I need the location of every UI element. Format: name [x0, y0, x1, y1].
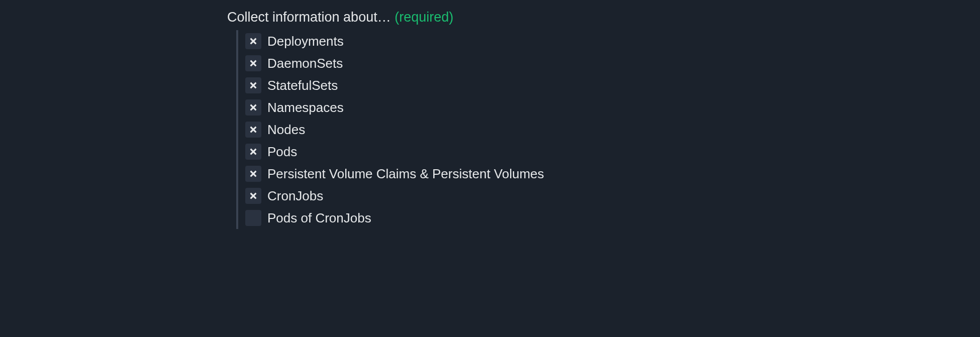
section-title: Collect information about… [227, 10, 391, 25]
option-pods: Pods [245, 141, 544, 163]
x-mark-icon [249, 81, 258, 90]
option-namespaces: Namespaces [245, 96, 544, 119]
option-label[interactable]: CronJobs [267, 189, 323, 202]
checkbox-pods-of-cronjobs[interactable] [245, 210, 261, 226]
option-pods-of-cronjobs: Pods of CronJobs [245, 207, 544, 229]
option-pvc-pv: Persistent Volume Claims & Persistent Vo… [245, 163, 544, 185]
option-deployments: Deployments [245, 30, 544, 52]
x-mark-icon [249, 169, 258, 178]
option-cronjobs: CronJobs [245, 185, 544, 207]
checkbox-pods[interactable] [245, 144, 261, 160]
option-label[interactable]: Namespaces [267, 101, 344, 114]
options-list: Deployments DaemonSets StatefulSets Name… [236, 30, 544, 229]
option-label[interactable]: Persistent Volume Claims & Persistent Vo… [267, 167, 544, 180]
checkbox-pvc-pv[interactable] [245, 166, 261, 182]
option-daemonsets: DaemonSets [245, 52, 544, 74]
required-suffix: (required) [395, 10, 453, 25]
checkbox-statefulsets[interactable] [245, 77, 261, 93]
checkbox-nodes[interactable] [245, 122, 261, 138]
x-mark-icon [249, 125, 258, 134]
checkbox-deployments[interactable] [245, 33, 261, 49]
option-nodes: Nodes [245, 119, 544, 141]
x-mark-icon [249, 103, 258, 112]
option-statefulsets: StatefulSets [245, 74, 544, 96]
collect-info-section: Collect information about… (required) De… [227, 9, 544, 229]
option-label[interactable]: Pods of CronJobs [267, 211, 371, 224]
option-label[interactable]: Pods [267, 145, 297, 158]
x-mark-icon [249, 37, 258, 46]
x-mark-icon [249, 59, 258, 68]
checkbox-cronjobs[interactable] [245, 188, 261, 204]
option-label[interactable]: Deployments [267, 35, 344, 48]
option-label[interactable]: StatefulSets [267, 79, 338, 92]
checkbox-daemonsets[interactable] [245, 55, 261, 71]
section-heading: Collect information about… (required) [227, 9, 544, 25]
x-mark-icon [249, 191, 258, 200]
x-mark-icon [249, 147, 258, 156]
checkbox-namespaces[interactable] [245, 99, 261, 116]
option-label[interactable]: Nodes [267, 123, 305, 136]
option-label[interactable]: DaemonSets [267, 57, 343, 70]
